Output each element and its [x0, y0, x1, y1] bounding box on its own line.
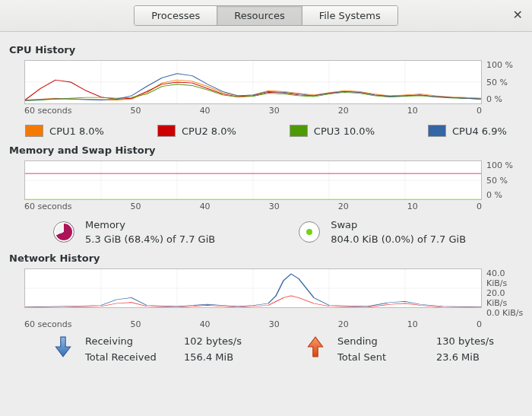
tab-filesystems[interactable]: File Systems — [302, 6, 397, 25]
view-tabs: Processes Resources File Systems — [134, 5, 398, 26]
receiving-label: Receiving — [85, 335, 184, 347]
sending-rate: 130 bytes/s — [436, 335, 520, 347]
cpu-y-axis: 100 % 50 % 0 % — [482, 60, 524, 104]
memory-label: Memory — [85, 219, 215, 230]
network-x-axis: 60 seconds5040 302010 0 — [24, 319, 482, 329]
cpu-legend-item[interactable]: CPU1 8.0% — [25, 125, 104, 137]
receiving-rate: 102 bytes/s — [184, 335, 268, 347]
tab-resources[interactable]: Resources — [217, 6, 302, 25]
network-sending: Sending 130 bytes/s Total Sent 23.6 MiB — [306, 335, 520, 363]
network-chart — [24, 268, 482, 308]
memory-usage: Memory 5.3 GiB (68.4%) of 7.7 GiB — [53, 219, 215, 245]
cpu-legend: CPU1 8.0%CPU2 8.0%CPU3 10.0%CPU4 6.9% — [8, 125, 524, 137]
memory-x-axis: 60 seconds5040 302010 0 — [24, 202, 482, 211]
swap-usage: Swap 804.0 KiB (0.0%) of 7.7 GiB — [299, 219, 466, 245]
network-y-axis: 40.0 KiB/s 20.0 KiB/s 0.0 KiB/s — [482, 268, 524, 318]
cpu-x-axis: 60 seconds5040 302010 0 — [24, 106, 482, 116]
sending-label: Sending — [337, 335, 436, 347]
upload-arrow-icon — [306, 335, 325, 358]
total-received-value: 156.4 MiB — [184, 351, 268, 363]
cpu-legend-item[interactable]: CPU3 10.0% — [290, 125, 375, 137]
memory-history-title: Memory and Swap History — [9, 144, 524, 156]
swap-label: Swap — [331, 219, 466, 230]
swap-detail: 804.0 KiB (0.0%) of 7.7 GiB — [331, 233, 466, 245]
total-received-label: Total Received — [85, 351, 184, 363]
swap-pie-icon — [299, 221, 320, 243]
memory-detail: 5.3 GiB (68.4%) of 7.7 GiB — [85, 233, 215, 245]
cpu-legend-item[interactable]: CPU4 6.9% — [428, 125, 507, 137]
cpu-history-title: CPU History — [9, 44, 524, 56]
cpu-legend-item[interactable]: CPU2 8.0% — [157, 125, 236, 137]
cpu-chart — [24, 60, 482, 104]
network-history-title: Network History — [9, 252, 524, 264]
total-sent-value: 23.6 MiB — [436, 351, 520, 363]
total-sent-label: Total Sent — [337, 351, 436, 363]
download-arrow-icon — [53, 335, 73, 358]
network-receiving: Receiving 102 bytes/s Total Received 156… — [53, 335, 268, 363]
tab-processes[interactable]: Processes — [135, 6, 217, 25]
close-icon[interactable]: ✕ — [513, 8, 523, 22]
memory-y-axis: 100 % 50 % 0 % — [482, 160, 524, 200]
header-bar: Processes Resources File Systems ✕ — [0, 0, 532, 32]
content-area: CPU History 100 % 50 % 0 % 60 seconds504… — [0, 32, 532, 370]
memory-chart — [24, 160, 482, 200]
memory-pie-icon — [53, 221, 74, 243]
